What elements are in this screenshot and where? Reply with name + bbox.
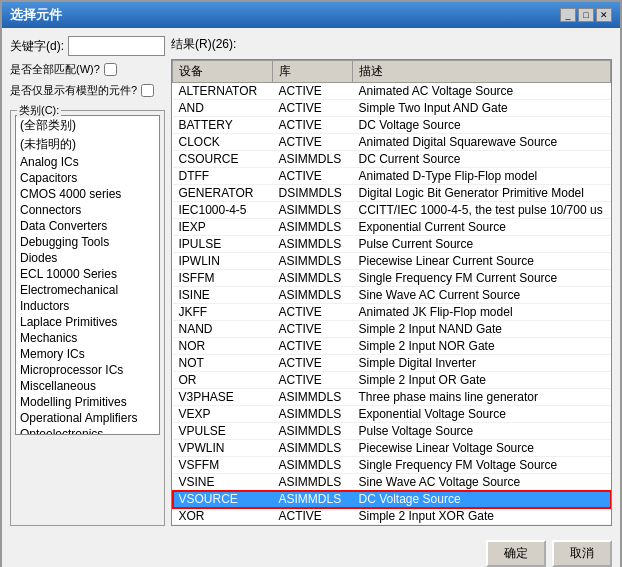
fullmatch-row: 是否全部匹配(W)?: [10, 62, 165, 77]
category-item-inductors[interactable]: Inductors: [16, 298, 159, 314]
cell-desc: DC Voltage Source: [353, 491, 611, 508]
results-table-container[interactable]: 设备 库 描述 ALTERNATORACTIVEAnimated AC Volt…: [171, 59, 612, 526]
table-row[interactable]: ALTERNATORACTIVEAnimated AC Voltage Sour…: [173, 83, 611, 100]
category-item-debug[interactable]: Debugging Tools: [16, 234, 159, 250]
table-header-row: 设备 库 描述: [173, 61, 611, 83]
cell-device: ALTERNATOR: [173, 83, 273, 100]
cell-desc: Simple Two Input AND Gate: [353, 100, 611, 117]
table-row[interactable]: ORACTIVESimple 2 Input OR Gate: [173, 372, 611, 389]
table-row[interactable]: ISFFMASIMMDLSSingle Frequency FM Current…: [173, 270, 611, 287]
table-row[interactable]: VSFFMASIMMDLSSingle Frequency FM Voltage…: [173, 457, 611, 474]
category-item-modelling[interactable]: Modelling Primitives: [16, 394, 159, 410]
cell-desc: Pulse Voltage Source: [353, 423, 611, 440]
close-button[interactable]: ✕: [596, 8, 612, 22]
cell-device: NOR: [173, 338, 273, 355]
table-row[interactable]: NORACTIVESimple 2 Input NOR Gate: [173, 338, 611, 355]
cell-device: AND: [173, 100, 273, 117]
table-row[interactable]: GENERATORDSIMMDLSDigital Logic Bit Gener…: [173, 185, 611, 202]
cell-lib: ACTIVE: [273, 338, 353, 355]
table-row[interactable]: VEXPASIMMDLSExponential Voltage Source: [173, 406, 611, 423]
table-row[interactable]: BATTERYACTIVEDC Voltage Source: [173, 117, 611, 134]
dialog-title: 选择元件: [10, 6, 62, 24]
table-row[interactable]: V3PHASEASIMMDLSThree phase mains line ge…: [173, 389, 611, 406]
table-row[interactable]: VPULSEASIMMDLSPulse Voltage Source: [173, 423, 611, 440]
showmodels-row: 是否仅显示有模型的元件?: [10, 83, 165, 98]
title-bar: 选择元件 _ □ ✕: [2, 2, 620, 28]
cell-desc: DC Current Source: [353, 151, 611, 168]
showmodels-checkbox[interactable]: [141, 84, 154, 97]
category-item-analog[interactable]: Analog ICs: [16, 154, 159, 170]
category-list[interactable]: (全部类别) (未指明的)Analog ICsCapacitorsCMOS 40…: [15, 115, 160, 435]
cell-desc: DC Voltage Source: [353, 117, 611, 134]
category-item-capacitors[interactable]: Capacitors: [16, 170, 159, 186]
minimize-button[interactable]: _: [560, 8, 576, 22]
table-row[interactable]: CSOURCEASIMMDLSDC Current Source: [173, 151, 611, 168]
cancel-button[interactable]: 取消: [552, 540, 612, 567]
cell-lib: ACTIVE: [273, 168, 353, 185]
cell-lib: ASIMMDLS: [273, 440, 353, 457]
cell-lib: ACTIVE: [273, 117, 353, 134]
table-row[interactable]: CLOCKACTIVEAnimated Digital Squarewave S…: [173, 134, 611, 151]
category-item-electromech[interactable]: Electromechanical: [16, 282, 159, 298]
table-row[interactable]: ISINEASIMMDLSSine Wave AC Current Source: [173, 287, 611, 304]
table-row[interactable]: IEXPASIMMDLSExponential Current Source: [173, 219, 611, 236]
category-item-laplace[interactable]: Laplace Primitives: [16, 314, 159, 330]
table-row[interactable]: IPULSEASIMMDLSPulse Current Source: [173, 236, 611, 253]
cell-device: JKFF: [173, 304, 273, 321]
cell-lib: ACTIVE: [273, 372, 353, 389]
category-item-mechanics[interactable]: Mechanics: [16, 330, 159, 346]
cell-device: V3PHASE: [173, 389, 273, 406]
category-item-opto[interactable]: Optoelectronics: [16, 426, 159, 435]
cell-desc: Simple 2 Input OR Gate: [353, 372, 611, 389]
cell-desc: Piecewise Linear Voltage Source: [353, 440, 611, 457]
category-item-cmos[interactable]: CMOS 4000 series: [16, 186, 159, 202]
fullmatch-checkbox[interactable]: [104, 63, 117, 76]
category-item-opamp[interactable]: Operational Amplifiers: [16, 410, 159, 426]
table-row[interactable]: IEC1000-4-5ASIMMDLSCCITT/IEC 1000-4-5, t…: [173, 202, 611, 219]
cell-device: VSINE: [173, 474, 273, 491]
cell-desc: CCITT/IEC 1000-4-5, the test pulse 10/70…: [353, 202, 611, 219]
ok-button[interactable]: 确定: [486, 540, 546, 567]
category-item-ecl[interactable]: ECL 10000 Series: [16, 266, 159, 282]
table-row[interactable]: NOTACTIVESimple Digital Inverter: [173, 355, 611, 372]
cell-device: ISINE: [173, 287, 273, 304]
cell-desc: Animated D-Type Flip-Flop model: [353, 168, 611, 185]
left-panel: 关键字(d): 是否全部匹配(W)? 是否仅显示有模型的元件? 类别(C): (…: [10, 36, 165, 526]
cell-lib: DSIMMDLS: [273, 185, 353, 202]
results-label: 结果(R)(26):: [171, 36, 236, 53]
cell-lib: ASIMMDLS: [273, 406, 353, 423]
cell-lib: ASIMMDLS: [273, 491, 353, 508]
cell-desc: Simple 2 Input NOR Gate: [353, 338, 611, 355]
cell-device: NAND: [173, 321, 273, 338]
table-row[interactable]: VPWLINASIMMDLSPiecewise Linear Voltage S…: [173, 440, 611, 457]
cell-desc: Simple 2 Input NAND Gate: [353, 321, 611, 338]
cell-lib: ASIMMDLS: [273, 457, 353, 474]
table-row[interactable]: DTFFACTIVEAnimated D-Type Flip-Flop mode…: [173, 168, 611, 185]
category-item-connectors[interactable]: Connectors: [16, 202, 159, 218]
table-row[interactable]: XORACTIVESimple 2 Input XOR Gate: [173, 508, 611, 525]
cell-lib: ACTIVE: [273, 321, 353, 338]
category-item-microproc[interactable]: Microprocessor ICs: [16, 362, 159, 378]
cell-lib: ASIMMDLS: [273, 389, 353, 406]
maximize-button[interactable]: □: [578, 8, 594, 22]
category-item-diodes[interactable]: Diodes: [16, 250, 159, 266]
cell-device: VPULSE: [173, 423, 273, 440]
keyword-input[interactable]: [68, 36, 165, 56]
keyword-row: 关键字(d):: [10, 36, 165, 56]
category-subitem-all[interactable]: (未指明的): [16, 135, 159, 154]
category-item-all[interactable]: (全部类别): [16, 116, 159, 135]
table-row[interactable]: VSINEASIMMDLSSine Wave AC Voltage Source: [173, 474, 611, 491]
category-item-memoryics[interactable]: Memory ICs: [16, 346, 159, 362]
table-row[interactable]: VSOURCEASIMMDLSDC Voltage Source: [173, 491, 611, 508]
category-group-label: 类别(C):: [17, 103, 61, 118]
table-row[interactable]: IPWLINASIMMDLSPiecewise Linear Current S…: [173, 253, 611, 270]
table-row[interactable]: JKFFACTIVEAnimated JK Flip-Flop model: [173, 304, 611, 321]
cell-device: IEXP: [173, 219, 273, 236]
table-row[interactable]: ANDACTIVESimple Two Input AND Gate: [173, 100, 611, 117]
cell-lib: ACTIVE: [273, 134, 353, 151]
table-row[interactable]: NANDACTIVESimple 2 Input NAND Gate: [173, 321, 611, 338]
category-item-misc[interactable]: Miscellaneous: [16, 378, 159, 394]
cell-lib: ACTIVE: [273, 83, 353, 100]
category-item-dataconv[interactable]: Data Converters: [16, 218, 159, 234]
bottom-buttons: 确定 取消: [2, 534, 620, 567]
